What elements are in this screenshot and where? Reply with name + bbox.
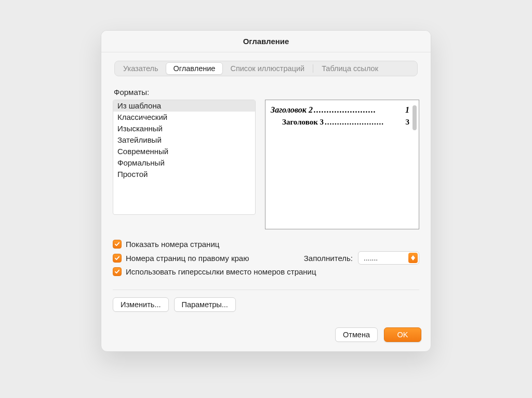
leader-value: ....... xyxy=(364,254,378,262)
check-icon xyxy=(114,255,120,261)
list-item[interactable]: Классический xyxy=(113,112,255,123)
chevron-down-icon xyxy=(408,258,418,260)
option-show-page-numbers-row: Показать номера страниц xyxy=(113,240,419,249)
leader-stepper[interactable] xyxy=(408,253,418,263)
dialog-body: Указатель Оглавление Список иллюстраций … xyxy=(101,52,431,320)
dialog-footer: Отмена OK xyxy=(101,320,431,351)
label-hyperlinks: Использовать гиперссылки вместо номеров … xyxy=(126,267,316,276)
toc-dialog: Оглавление Указатель Оглавление Список и… xyxy=(101,30,431,352)
list-item[interactable]: Из шаблона xyxy=(113,100,255,112)
leader-group: Заполнитель: ....... xyxy=(304,251,419,265)
list-item[interactable]: Затейливый xyxy=(113,134,255,146)
preview-scrollbar[interactable] xyxy=(413,105,417,130)
modify-button[interactable]: Изменить... xyxy=(113,297,169,312)
dialog-title: Оглавление xyxy=(243,37,289,46)
formats-and-preview: Из шаблона Классический Изысканный Затей… xyxy=(113,100,419,229)
option-right-align-row: Номера страниц по правому краю Заполните… xyxy=(113,251,419,265)
leader-label: Заполнитель: xyxy=(304,254,353,263)
toc-preview: Заголовок 2 ........................ 1 З… xyxy=(265,100,419,229)
option-hyperlinks-row: Использовать гиперссылки вместо номеров … xyxy=(113,267,419,276)
list-item[interactable]: Изысканный xyxy=(113,123,255,134)
check-icon xyxy=(114,269,120,275)
preview-h3-leader: ........................ xyxy=(324,118,405,127)
tab-divider xyxy=(313,64,313,73)
check-icon xyxy=(114,241,120,247)
label-show-page-numbers: Показать номера страниц xyxy=(126,240,219,249)
dialog-titlebar: Оглавление xyxy=(101,31,431,52)
checkbox-hyperlinks[interactable] xyxy=(113,267,122,276)
tab-authorities[interactable]: Таблица ссылок xyxy=(314,62,385,75)
formats-listbox[interactable]: Из шаблона Классический Изысканный Затей… xyxy=(113,100,256,215)
tab-bar: Указатель Оглавление Список иллюстраций … xyxy=(114,61,418,76)
checkbox-show-page-numbers[interactable] xyxy=(113,240,122,249)
cancel-button[interactable]: Отмена xyxy=(335,327,378,342)
tab-index[interactable]: Указатель xyxy=(116,62,166,75)
ok-button[interactable]: OK xyxy=(384,327,421,342)
options-group: Показать номера страниц Номера страниц п… xyxy=(113,240,419,276)
separator xyxy=(113,290,419,290)
preview-heading-3: Заголовок 3 ........................ 3 xyxy=(271,118,415,127)
preview-h2-leader: ........................ xyxy=(313,105,405,115)
formats-label: Форматы: xyxy=(114,88,419,97)
tab-figures[interactable]: Список иллюстраций xyxy=(223,62,312,75)
options-button[interactable]: Параметры... xyxy=(174,297,236,312)
checkbox-right-align[interactable] xyxy=(113,254,122,263)
list-item[interactable]: Формальный xyxy=(113,157,255,169)
preview-h3-text: Заголовок 3 xyxy=(282,118,324,127)
tab-toc[interactable]: Оглавление xyxy=(166,62,223,75)
leader-select[interactable]: ....... xyxy=(358,251,419,265)
label-right-align: Номера страниц по правому краю xyxy=(126,254,249,263)
list-item[interactable]: Современный xyxy=(113,146,255,157)
preview-h2-text: Заголовок 2 xyxy=(271,105,313,115)
secondary-buttons: Изменить... Параметры... xyxy=(113,297,419,312)
preview-heading-2: Заголовок 2 ........................ 1 xyxy=(271,105,415,115)
list-item[interactable]: Простой xyxy=(113,169,255,180)
